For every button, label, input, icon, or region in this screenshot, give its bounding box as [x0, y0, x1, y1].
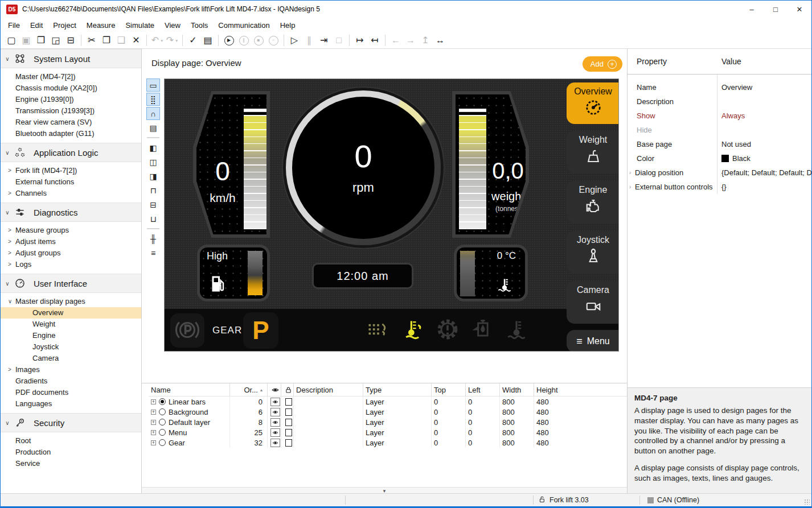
menu-item[interactable]: Help — [275, 18, 301, 32]
property-row[interactable]: › Base page Not used — [628, 137, 812, 151]
sidebar-item[interactable]: >Logs — [1, 259, 141, 270]
undo-button[interactable]: ↶▾ — [150, 34, 164, 47]
expand-chevron-icon[interactable]: › — [629, 184, 635, 190]
show-page-properties-button[interactable]: ▤ — [146, 121, 160, 134]
simulator-button[interactable]: ▤▾ — [201, 34, 215, 47]
maximize-button[interactable]: □ — [764, 1, 788, 18]
layer-row[interactable]: + Menu 25 Layer 0 0 800 — [149, 427, 627, 437]
layer-radio[interactable] — [159, 429, 166, 436]
display-page-canvas[interactable]: 0 km/h 0 rpm 0,0 weight — [164, 79, 619, 352]
rpm-gauge[interactable]: 0 rpm — [286, 90, 441, 245]
sidebar-item[interactable]: >Measure groups — [1, 225, 141, 236]
sidebar-item[interactable]: Rear view camera (SV) — [1, 117, 141, 128]
sidebar-item[interactable]: Joystick — [1, 341, 141, 353]
check-project-button[interactable]: ✓▾ — [186, 34, 200, 47]
lock-checkbox[interactable] — [285, 419, 292, 426]
property-row[interactable]: › Color Black — [628, 151, 812, 166]
sidebar-item[interactable]: Gradients — [1, 375, 141, 387]
step-simulation-button[interactable]: ⇥▾ — [317, 34, 331, 47]
section-system-layout[interactable]: ∨ System Layout — [1, 49, 141, 68]
print-button[interactable]: ⊟▾ — [64, 34, 77, 47]
visibility-toggle[interactable] — [270, 439, 280, 447]
zoom-measure-button[interactable]: −▾ — [266, 34, 280, 47]
sidebar-item[interactable]: Engine (J1939[0]) — [1, 94, 141, 105]
align-left-button[interactable]: ◧ — [146, 141, 160, 154]
pause-measure-button[interactable]: ∥▾ — [237, 34, 251, 47]
expand-plus-icon[interactable]: + — [151, 430, 156, 435]
coolant-temp-gauge[interactable]: 0 °C — [454, 245, 528, 302]
visibility-toggle[interactable] — [270, 418, 280, 427]
navigate-back-button[interactable]: ←▾ — [389, 34, 403, 47]
section-diagnostics[interactable]: ∨ Diagnostics — [1, 203, 141, 222]
weight-gauge[interactable]: 0,0 weight (tonnes) — [452, 91, 529, 238]
lock-checkbox[interactable] — [285, 408, 292, 416]
indicator-strip[interactable]: GEAR P — [165, 309, 619, 352]
visibility-toggle[interactable] — [270, 428, 280, 437]
property-value[interactable]: Not used — [721, 140, 812, 148]
sidebar-item[interactable]: External functions — [1, 176, 141, 188]
layer-radio[interactable] — [159, 398, 166, 405]
menu-item[interactable]: Edit — [25, 18, 48, 32]
minimize-button[interactable]: – — [740, 1, 764, 18]
menu-item[interactable]: View — [159, 18, 186, 32]
stop-simulation-button[interactable]: □▾ — [332, 34, 346, 47]
property-row[interactable]: › External button controls {} — [628, 180, 812, 194]
get-from-unit-button[interactable]: ↤▾ — [368, 34, 382, 47]
layer-radio[interactable] — [159, 408, 166, 415]
section-user-interface[interactable]: ∨ User Interface — [1, 274, 141, 293]
visibility-toggle[interactable] — [270, 408, 280, 416]
print-preview-button[interactable]: ◲▾ — [49, 34, 63, 47]
align-top-button[interactable]: ⊓ — [146, 184, 160, 197]
sidebar-item[interactable]: PDF documents — [1, 387, 141, 398]
upload-button[interactable]: ↥▾ — [419, 34, 432, 47]
sidebar-item[interactable]: >Adjust groups — [1, 247, 141, 259]
speed-gauge[interactable]: 0 km/h — [193, 91, 270, 238]
sidebar-item[interactable]: Engine — [1, 330, 141, 341]
section-security[interactable]: ∨ Security — [1, 413, 141, 432]
menu-item[interactable]: File — [3, 18, 25, 32]
expand-plus-icon[interactable]: + — [151, 420, 156, 425]
space-horizontally-button[interactable]: ╫ — [146, 232, 160, 245]
sidebar-item[interactable]: Camera — [1, 353, 141, 364]
new-file-button[interactable]: ▢▾ — [5, 34, 18, 47]
sidebar-item[interactable]: >Adjust items — [1, 236, 141, 247]
property-row[interactable]: › Show Always — [628, 109, 812, 123]
expand-plus-icon[interactable]: + — [151, 440, 156, 445]
sidebar-item[interactable]: Root — [1, 435, 141, 447]
snap-to-grid-button[interactable]: ∩ — [146, 107, 160, 120]
menu-item[interactable]: Project — [48, 18, 81, 32]
clock-display[interactable]: 12:00 am — [312, 263, 413, 289]
compare-button[interactable]: ↔▾ — [433, 34, 447, 47]
tab-engine[interactable]: Engine — [567, 181, 619, 224]
lock-checkbox[interactable] — [285, 398, 292, 406]
section-application-logic[interactable]: ∨ Application Logic — [1, 143, 141, 162]
menu-item[interactable]: Measure — [81, 18, 121, 32]
redo-button[interactable]: ↷▾ — [165, 34, 179, 47]
column-header-order[interactable]: Or...▴ — [229, 383, 267, 396]
property-value[interactable]: {} — [721, 183, 812, 191]
expand-plus-icon[interactable]: + — [151, 399, 156, 404]
expand-chevron-icon[interactable]: › — [629, 170, 635, 176]
exhaust-temperature-warning-icon[interactable] — [401, 317, 426, 342]
stop-measure-button[interactable]: ■▾ — [252, 34, 265, 47]
align-middle-button[interactable]: ⊟ — [146, 198, 160, 211]
column-header-height[interactable]: Height — [534, 383, 570, 396]
column-header-type[interactable]: Type — [363, 383, 431, 396]
parking-brake-indicator[interactable] — [170, 313, 204, 348]
send-to-unit-button[interactable]: ↦▾ — [353, 34, 367, 47]
sidebar-item[interactable]: Overview — [1, 307, 141, 319]
sidebar-item[interactable]: ∨Master display pages — [1, 296, 141, 307]
dpf-warning-icon[interactable] — [366, 317, 391, 342]
sidebar-item[interactable]: Transmission (J1939[3]) — [1, 105, 141, 117]
start-simulation-button[interactable]: ▷▾ — [288, 34, 301, 47]
sidebar-item[interactable]: >Images — [1, 364, 141, 375]
add-button[interactable]: Add + — [583, 56, 622, 72]
sidebar-item[interactable]: Service — [1, 458, 141, 469]
layer-row[interactable]: + Linear bars 0 Layer 0 0 800 — [149, 397, 627, 407]
property-row[interactable]: › Hide — [628, 123, 812, 137]
show-grid-button[interactable]: ⣿ — [146, 93, 160, 106]
sidebar-item[interactable]: Master (MD4-7[2]) — [1, 71, 141, 82]
column-header-lock[interactable] — [281, 383, 293, 396]
property-row[interactable]: › Description — [628, 94, 812, 109]
menu-item[interactable]: Communication — [213, 18, 274, 32]
